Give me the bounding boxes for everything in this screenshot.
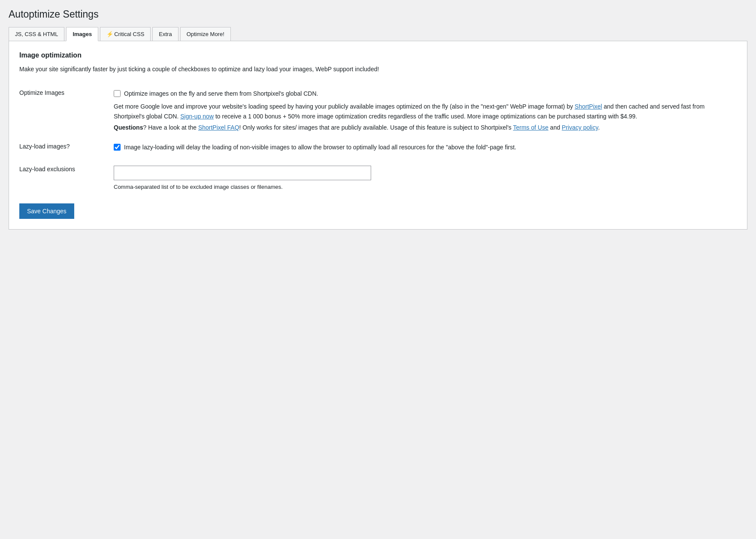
terms-of-use-link[interactable]: Terms of Use <box>513 124 548 131</box>
privacy-policy-link[interactable]: Privacy policy <box>562 124 598 131</box>
page-title: Autoptimize Settings <box>9 9 747 20</box>
lazy-load-checkbox[interactable] <box>114 144 121 151</box>
settings-table: Optimize Images Optimize images on the f… <box>19 84 737 197</box>
section-description: Make your site significantly faster by j… <box>19 64 737 74</box>
tab-critical-css[interactable]: ⚡Critical CSS <box>100 27 151 41</box>
lazy-load-control: Image lazy-loading will delay the loadin… <box>114 138 737 160</box>
lazy-load-exclusions-row: Lazy-load exclusions Comma-separated lis… <box>19 160 737 197</box>
lazy-load-row: Lazy-load images? Image lazy-loading wil… <box>19 138 737 160</box>
lazy-load-checkbox-row: Image lazy-loading will delay the loadin… <box>114 143 737 152</box>
questions-bold: Questions <box>114 124 143 131</box>
lazy-load-label: Lazy-load images? <box>19 138 114 160</box>
save-changes-button[interactable]: Save Changes <box>19 203 74 219</box>
optimize-images-row: Optimize Images Optimize images on the f… <box>19 84 737 137</box>
optimize-images-checkbox[interactable] <box>114 90 121 97</box>
lazy-load-exclusions-label: Lazy-load exclusions <box>19 160 114 197</box>
tabs-container: JS, CSS & HTML Images ⚡Critical CSS Extr… <box>9 27 747 41</box>
optimize-images-description: Get more Google love and improve your we… <box>114 102 737 121</box>
optimize-images-checkbox-label[interactable]: Optimize images on the fly and serve the… <box>124 89 318 98</box>
content-panel: Image optimization Make your site signif… <box>9 41 747 230</box>
lazy-load-checkbox-label[interactable]: Image lazy-loading will delay the loadin… <box>124 143 516 152</box>
signup-now-link[interactable]: Sign-up now <box>180 113 214 120</box>
tab-images[interactable]: Images <box>66 27 98 41</box>
tab-extra[interactable]: Extra <box>152 27 178 41</box>
lazy-load-exclusions-hint: Comma-separated list of to be excluded i… <box>114 183 737 192</box>
shortpixel-faq-link[interactable]: ShortPixel FAQ <box>198 124 239 131</box>
section-title: Image optimization <box>19 51 737 59</box>
lazy-load-exclusions-control: Comma-separated list of to be excluded i… <box>114 160 737 197</box>
tab-optimize-more[interactable]: Optimize More! <box>180 27 231 41</box>
bolt-icon: ⚡ <box>106 31 113 37</box>
tab-js-css-html[interactable]: JS, CSS & HTML <box>9 27 64 41</box>
shortpixel-link[interactable]: ShortPixel <box>575 103 602 110</box>
lazy-load-exclusions-input[interactable] <box>114 166 371 180</box>
optimize-images-checkbox-row: Optimize images on the fly and serve the… <box>114 89 737 98</box>
optimize-images-questions: Questions? Have a look at the ShortPixel… <box>114 123 737 132</box>
optimize-images-control: Optimize images on the fly and serve the… <box>114 84 737 137</box>
optimize-images-label: Optimize Images <box>19 84 114 137</box>
